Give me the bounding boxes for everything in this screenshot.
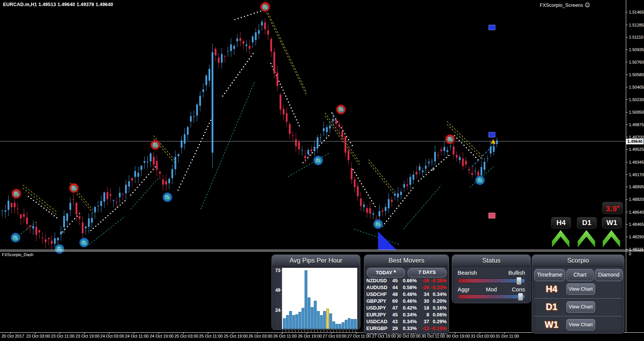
sell-scorpion-marker: ♏ [445,135,455,144]
badge-d1[interactable]: D1 [577,217,597,228]
column-button-timeframe[interactable]: Timeframe [534,269,565,281]
timeframe-h4-label: H4 [541,284,562,294]
pips-bar [330,314,332,329]
view-chart-h4-button[interactable]: View Chart [566,283,595,295]
pips-bar [292,315,295,329]
time-axis-label: 25 Oct 03:00 [174,334,198,338]
risk-slider[interactable] [458,294,525,299]
blue-signal-box [489,25,495,30]
time-axis-label: 23 Oct 19:00 [76,334,100,338]
sell-scorpion-marker: ♏ [261,2,270,12]
chart-ohlc-title: EURCAD.m,H1 1.49513 1.49640 1.49378 1.49… [3,2,113,7]
pair-value: 48 [391,291,398,298]
best-movers-row: EURJPY450.34%80.06% [366,311,447,318]
sentiment-slider-handle[interactable] [516,277,522,285]
pair-value: -26 [417,284,429,291]
column-button-diamond[interactable]: Diamond [595,269,623,281]
candles-layer [2,18,498,250]
time-axis-label: 25 Oct 19:00 [224,334,248,338]
pair-value: -0.38% [429,277,447,284]
pips-ytick-49: 49 [272,288,280,293]
best-movers-row: USDJPY470.42%180.16% [366,305,447,311]
price-axis-label: 1.50760 [629,60,644,64]
svg-text:♏: ♏ [56,246,63,252]
svg-text:♏: ♏ [315,157,322,164]
price-axis-label: 1.49170 [629,172,644,177]
pair-value: 0.06% [429,311,447,318]
tab-today[interactable]: TODAY * [367,268,405,277]
pips-bar [317,311,319,329]
scorpio-panel: Scorpio Timeframe Chart Diamond H4 View … [532,255,624,333]
pair-value: 29 [391,325,398,332]
badge-w1[interactable]: W1 [602,217,622,228]
pips-bar [283,319,286,329]
pair-value: 0.04% [429,332,447,334]
price-axis-label: 1.48995 [629,185,644,189]
pair-value: 0.24% [398,332,417,334]
pips-ytick-24: 24 [272,308,280,313]
price-axis-label: 1.49345 [629,160,644,164]
score-star: * [617,204,619,211]
best-movers-title: Best Movers [364,255,449,267]
blue-signal-triangle [378,232,397,250]
pips-bar [286,315,289,329]
time-axis-label: 23 Oct 11:00 [51,334,74,338]
price-axis-label: 1.51465 [629,10,644,14]
pips-bar [302,308,304,329]
pair-value: 30 [417,298,429,305]
column-button-chart[interactable]: Chart [566,269,594,281]
pair-value: -26 [417,277,429,284]
pair-value: 0.34% [398,311,417,318]
pair-value: 8 [417,311,429,318]
price-axis-label: 1.50935 [629,47,644,52]
svg-text:♏: ♏ [13,191,20,197]
buy-scorpion-marker: ♏ [55,244,64,253]
pair-value: 45 [391,277,398,284]
pair-value: 0.66% [398,277,417,284]
view-chart-d1-button[interactable]: View Chart [566,301,595,313]
pair-value: 47 [391,305,398,311]
pips-bar [308,298,310,329]
sentiment-slider[interactable] [458,278,525,283]
volume-zero-label: 0 [629,252,631,256]
pips-bar [351,319,353,329]
best-movers-row: USDCHF480.48%340.34% [366,291,447,298]
red-signal-box [489,213,495,218]
bearish-label: Bearish [458,269,477,276]
svg-text:♏: ♏ [12,235,19,241]
svg-text:♏: ♏ [81,239,88,246]
best-movers-panel: Best Movers TODAY * 7 DAYS NZDUSD450.66%… [364,255,449,334]
time-axis-label: 24 Oct 03:00 [100,334,124,338]
sell-scorpion-marker: ♏ [69,183,79,193]
pips-bar [339,324,341,329]
buy-scorpion-marker: ♏ [163,192,172,202]
indicator-title: FXScorpio_Screens☺ [540,2,590,8]
pips-bar [320,315,322,329]
pair-value: 18 [417,305,429,311]
status-panel: Status Bearish Bullish Aggr Mod Cons [452,255,531,303]
best-movers-row: EURGBP290.33%-13-0.15% [366,325,447,332]
buy-scorpion-marker: ♏ [374,219,383,229]
price-axis-label: 1.51110 [629,35,643,39]
view-chart-w1-button[interactable]: View Chart [566,319,595,330]
svg-text:♏: ♏ [447,136,454,143]
pips-ytick-73: 73 [272,268,280,273]
buy-scorpion-marker: ♏ [314,156,323,165]
time-axis-label: 31 Oct 11:00 [496,334,519,338]
price-axis-label: 1.48640 [629,210,644,214]
risk-slider-handle[interactable] [518,293,523,301]
pips-bar [342,322,344,329]
pair-name: EURGBP [366,325,391,332]
svg-text:♏: ♏ [262,4,269,11]
pips-bar [314,301,316,329]
timeframe-w1-label: W1 [541,319,562,330]
time-axis-label: 30 Oct 19:00 [446,334,470,338]
pair-value: 0.33% [398,325,417,332]
tab-7-days[interactable]: 7 DAYS [408,268,447,277]
price-axis-label: 1.48820 [629,197,644,202]
time-axis-label: 25 Oct 11:00 [199,334,223,338]
time-axis-label: 23 Oct 03:00 [26,334,50,338]
badge-h4[interactable]: H4 [551,217,571,228]
pair-name: USDCAD [366,318,391,325]
price-axis-label: 1.48465 [629,222,644,227]
